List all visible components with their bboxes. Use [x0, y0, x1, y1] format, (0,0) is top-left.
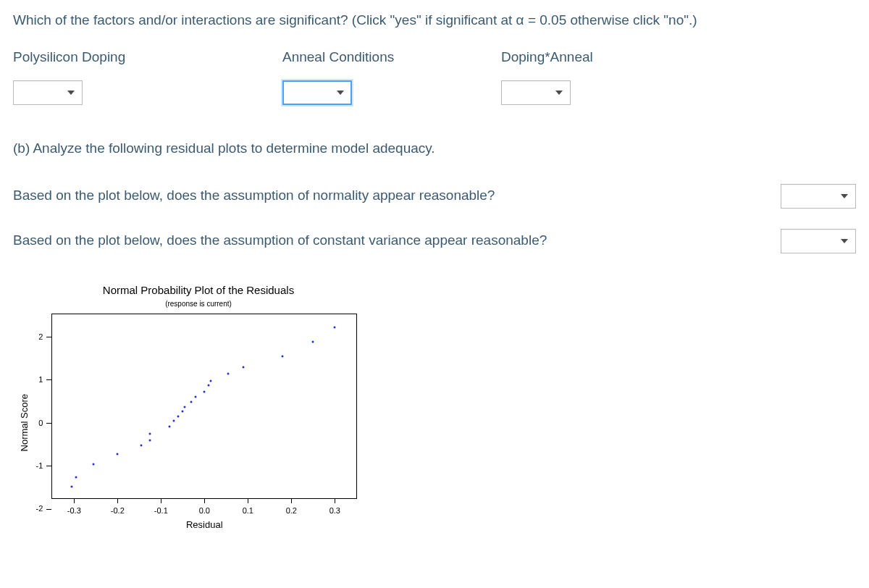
chart-point — [312, 341, 314, 343]
chart-point — [182, 410, 184, 412]
normality-select[interactable] — [781, 184, 856, 209]
factors-labels-row: Polysilicon Doping Anneal Conditions Dop… — [13, 47, 856, 68]
chart-ytick: 0 — [36, 417, 52, 429]
chart-ytick: -1 — [36, 460, 52, 472]
constvar-row: Based on the plot below, does the assump… — [13, 229, 856, 253]
chart-title: Normal Probability Plot of the Residuals — [17, 282, 379, 299]
interaction-select[interactable] — [501, 80, 571, 105]
chart-ytick: 2 — [36, 331, 52, 343]
chart-point — [169, 425, 171, 427]
chart-point — [93, 463, 95, 465]
polysilicon-select[interactable] — [13, 80, 83, 105]
chart-point — [195, 396, 197, 398]
chart-plot-area — [51, 314, 357, 499]
factor-interaction-label: Doping*Anneal — [501, 47, 856, 68]
chevron-down-icon — [555, 91, 563, 95]
chart-yaxis: 210-1-2 — [36, 331, 52, 515]
chart-point — [227, 372, 230, 374]
chart-xaxis: -0.3-0.2-0.10.00.10.20.3 — [52, 499, 356, 515]
chevron-down-icon — [841, 239, 848, 243]
chart-point — [71, 486, 73, 488]
factor-anneal-label: Anneal Conditions — [282, 47, 501, 68]
anneal-select[interactable] — [282, 80, 352, 105]
chart-point — [282, 355, 284, 357]
chart-point — [203, 390, 206, 392]
chart-point — [149, 440, 151, 442]
chart-ytick: 1 — [36, 374, 52, 386]
chart-point — [173, 420, 175, 422]
chart-point — [190, 401, 193, 403]
constvar-select[interactable] — [781, 229, 856, 253]
question-prompt: Which of the factors and/or interactions… — [13, 10, 856, 31]
chart-subtitle: (response is current) — [17, 298, 379, 309]
partb-heading: (b) Analyze the following residual plots… — [13, 138, 856, 159]
chart-point — [243, 366, 245, 368]
factor-polysilicon-label: Polysilicon Doping — [13, 47, 282, 68]
chart-ytick: -2 — [36, 503, 52, 515]
chart-point — [117, 453, 119, 455]
chart-point — [177, 415, 180, 417]
constvar-question: Based on the plot below, does the assump… — [13, 230, 762, 251]
chevron-down-icon — [67, 91, 75, 95]
chart-point — [184, 406, 186, 408]
chart-xlabel: Residual — [52, 518, 356, 532]
chart-point — [210, 380, 212, 382]
chart-point — [208, 385, 210, 387]
question-prompt-text: Which of the factors and/or interactions… — [13, 12, 697, 28]
factors-selects-row — [13, 80, 856, 105]
normal-prob-plot: Normal Probability Plot of the Residuals… — [17, 282, 856, 532]
chart-point — [334, 327, 336, 329]
normality-row: Based on the plot below, does the assump… — [13, 184, 856, 209]
normality-question: Based on the plot below, does the assump… — [13, 185, 762, 206]
chevron-down-icon — [841, 194, 848, 198]
chart-point — [140, 444, 143, 446]
chart-ylabel: Normal Score — [17, 394, 32, 451]
chart-point — [75, 476, 77, 479]
chevron-down-icon — [337, 91, 344, 95]
chart-point — [149, 433, 151, 435]
